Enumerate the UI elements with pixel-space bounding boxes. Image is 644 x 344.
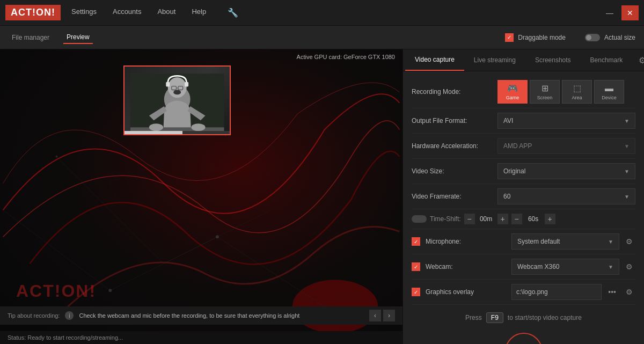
output-format-control: AVI ▼ xyxy=(497,113,635,129)
webcam-label: Webcam: xyxy=(426,263,506,270)
recording-mode-row: Recording Mode: 🎮 Game ⊞ Screen ⬚ xyxy=(412,76,635,108)
mode-device-button[interactable]: ▬ Device xyxy=(594,80,624,104)
press-key-row: Press F9 to start/stop video capture xyxy=(412,305,635,327)
tip-prev-button[interactable]: ‹ xyxy=(369,310,381,321)
hardware-accel-value: AMD APP xyxy=(503,142,532,150)
svg-rect-15 xyxy=(185,82,188,86)
timeshift-plus-s-button[interactable]: + xyxy=(545,214,555,224)
tip-bar: Tip about recording: i Check the webcam … xyxy=(0,306,402,325)
status-text: Status: Ready to start recording/streami… xyxy=(8,334,123,341)
video-framerate-value: 60 xyxy=(503,193,510,200)
hardware-accel-control: AMD APP ▼ xyxy=(497,138,635,154)
timeshift-s-value: 60s xyxy=(525,215,541,223)
main-layout: Active GPU card: GeForce GTX 1080 xyxy=(0,49,644,344)
recording-mode-label: Recording Mode: xyxy=(412,88,492,96)
tip-next-button[interactable]: › xyxy=(383,310,395,321)
nav-accounts[interactable]: Accounts xyxy=(113,8,141,18)
nav-help[interactable]: Help xyxy=(192,8,206,18)
microphone-label: Microphone: xyxy=(426,238,506,245)
tip-title: Tip about recording: xyxy=(8,312,60,319)
output-format-dropdown[interactable]: AVI ▼ xyxy=(497,113,635,129)
webcam-progress-fill xyxy=(125,131,182,134)
output-format-value: AVI xyxy=(503,117,513,125)
graphics-overlay-input[interactable]: c:\logo.png xyxy=(511,284,602,300)
tip-info-icon: i xyxy=(65,311,74,320)
file-manager-tab[interactable]: File manager xyxy=(9,32,53,43)
actual-size-label: Actual size xyxy=(604,34,635,41)
record-button[interactable] xyxy=(505,333,543,344)
preview-area: Active GPU card: GeForce GTX 1080 xyxy=(0,49,402,344)
panel-settings-gear-icon[interactable]: ⚙ xyxy=(632,51,644,70)
draggable-mode-control: ✓ Draggable mode xyxy=(505,33,566,42)
draggable-mode-checkbox[interactable]: ✓ xyxy=(505,33,514,42)
tab-video-capture[interactable]: Video capture xyxy=(405,49,464,71)
timeshift-plus-m-button[interactable]: + xyxy=(497,214,508,224)
toolbar: File manager Preview ✓ Draggable mode Ac… xyxy=(0,26,644,49)
preview-tab[interactable]: Preview xyxy=(63,31,93,44)
dropdown-arrow-icon3: ▼ xyxy=(624,169,630,174)
video-size-control: Original ▼ xyxy=(497,163,635,179)
microphone-row: ✓ Microphone: System default ▼ ⚙ xyxy=(412,229,635,254)
webcam-value: Webcam X360 xyxy=(517,263,560,270)
microphone-checkbox[interactable]: ✓ xyxy=(412,237,420,246)
timeshift-min-s-button[interactable]: − xyxy=(511,214,522,224)
video-size-dropdown[interactable]: Original ▼ xyxy=(497,163,635,179)
tip-text: Check the webcam and mic before the reco… xyxy=(79,312,364,319)
timeshift-label: Time-Shift: xyxy=(430,215,461,223)
hardware-accel-dropdown[interactable]: AMD APP ▼ xyxy=(497,138,635,154)
press-label: Press xyxy=(465,314,482,321)
microphone-control: System default ▼ ⚙ xyxy=(511,233,635,250)
svg-point-19 xyxy=(173,90,181,94)
mode-area-button[interactable]: ⬚ Area xyxy=(562,80,592,104)
nav-settings[interactable]: Settings xyxy=(71,8,97,18)
minimize-button[interactable]: — xyxy=(602,8,617,18)
tip-navigation: ‹ › xyxy=(369,310,395,321)
svg-point-8 xyxy=(216,235,219,238)
video-size-value: Original xyxy=(503,167,525,175)
settings-content: Recording Mode: 🎮 Game ⊞ Screen ⬚ xyxy=(403,71,644,344)
graphics-overlay-row: ✓ Graphics overlay c:\logo.png ••• ⚙ xyxy=(412,280,635,305)
actual-size-toggle[interactable] xyxy=(585,34,600,41)
mode-buttons: 🎮 Game ⊞ Screen ⬚ Area ▬ xyxy=(497,80,624,104)
timeshift-toggle[interactable] xyxy=(412,215,427,223)
tab-benchmark[interactable]: Benchmark xyxy=(581,50,633,70)
tab-screenshots[interactable]: Screenshots xyxy=(525,50,581,70)
tab-live-streaming[interactable]: Live streaming xyxy=(464,50,525,70)
nav-about[interactable]: About xyxy=(157,8,175,18)
close-button[interactable]: ✕ xyxy=(621,5,639,20)
mode-area-label: Area xyxy=(572,95,582,100)
dropdown-arrow-icon2: ▼ xyxy=(624,143,630,149)
mode-screen-button[interactable]: ⊞ Screen xyxy=(530,80,560,104)
microphone-dropdown[interactable]: System default ▼ xyxy=(511,233,619,250)
webcam-control: Webcam X360 ▼ ⚙ xyxy=(511,259,635,275)
screen-icon: ⊞ xyxy=(541,83,548,93)
browse-button[interactable]: ••• xyxy=(605,288,619,296)
graphics-overlay-gear-icon[interactable]: ⚙ xyxy=(623,286,635,298)
graphics-overlay-value: c:\logo.png xyxy=(516,288,548,296)
output-format-label: Output File Format: xyxy=(412,117,492,125)
video-size-row: Video Size: Original ▼ xyxy=(412,159,635,184)
svg-point-9 xyxy=(55,156,57,158)
webcam-gear-icon[interactable]: ⚙ xyxy=(623,260,635,273)
start-stop-label: to start/stop video capture xyxy=(508,314,582,321)
actual-size-control: Actual size xyxy=(585,34,635,41)
dropdown-arrow-icon5: ▼ xyxy=(608,239,613,245)
draggable-mode-label: Draggable mode xyxy=(518,34,566,41)
video-framerate-label: Video Framerate: xyxy=(412,193,492,200)
graphics-overlay-checkbox[interactable]: ✓ xyxy=(412,288,420,296)
svg-point-21 xyxy=(149,123,163,131)
webcam-checkbox[interactable]: ✓ xyxy=(412,262,420,271)
mode-game-button[interactable]: 🎮 Game xyxy=(497,80,528,104)
timeshift-row: Time-Shift: − 00m + − 60s + xyxy=(412,209,635,229)
webcam-preview-window[interactable] xyxy=(123,65,231,135)
video-framerate-dropdown[interactable]: 60 ▼ xyxy=(497,188,635,204)
webcam-dropdown[interactable]: Webcam X360 ▼ xyxy=(511,259,619,275)
mode-screen-label: Screen xyxy=(537,95,553,100)
hardware-accel-label: Hardware Acceleration: xyxy=(412,142,492,150)
microphone-gear-icon[interactable]: ⚙ xyxy=(623,235,635,248)
output-format-row: Output File Format: AVI ▼ xyxy=(412,108,635,134)
svg-point-22 xyxy=(191,123,205,131)
screwdriver-icon[interactable]: 🔧 xyxy=(228,8,238,18)
webcam-content xyxy=(125,67,230,134)
timeshift-min-m-button[interactable]: − xyxy=(464,214,475,224)
